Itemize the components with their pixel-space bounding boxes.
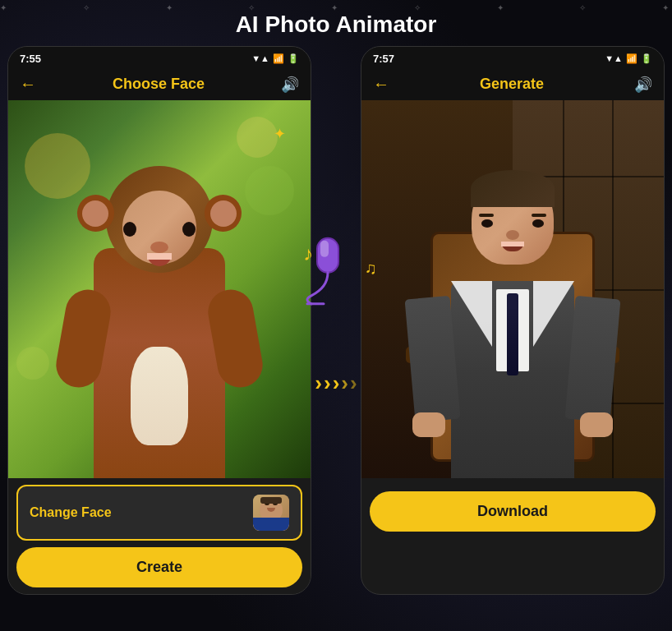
left-phone-header: ← Choose Face 🔊 (8, 70, 311, 100)
change-face-button[interactable]: Change Face (16, 485, 302, 541)
battery-icon: 🔋 (288, 53, 299, 64)
right-signal-icon: ▼▲ (605, 53, 623, 63)
left-back-button[interactable]: ← (20, 75, 36, 94)
left-image-area: ✦ (8, 100, 311, 478)
download-button[interactable]: Download (370, 491, 656, 532)
signal-icon: ▼▲ (251, 53, 269, 63)
right-status-time: 7:57 (373, 53, 394, 65)
middle-decorations: ♪ ♫ › › › › › (303, 259, 369, 396)
svg-rect-0 (317, 238, 338, 273)
wifi-icon: 📶 (273, 53, 284, 64)
phones-container: 7:55 ▼▲ 📶 🔋 ← Choose Face 🔊 (7, 46, 665, 595)
right-back-button[interactable]: ← (373, 75, 389, 94)
app-title: AI Photo Animator (236, 12, 437, 38)
svg-rect-1 (320, 241, 329, 257)
face-thumbnail (253, 495, 289, 531)
right-sound-button[interactable]: 🔊 (634, 76, 652, 94)
right-bottom-spacer (361, 478, 664, 485)
left-phone: 7:55 ▼▲ 📶 🔋 ← Choose Face 🔊 (7, 46, 311, 595)
left-sound-button[interactable]: 🔊 (281, 76, 299, 94)
left-status-icons: ▼▲ 📶 🔋 (251, 53, 299, 64)
left-phone-bottom: Change Face Create (8, 478, 311, 594)
right-battery-icon: 🔋 (641, 53, 652, 64)
change-face-label: Change Face (30, 505, 112, 520)
left-status-bar: 7:55 ▼▲ 📶 🔋 (8, 47, 311, 70)
sparkle-icon: ✦ (274, 125, 286, 143)
monkey-child-image: ✦ (8, 100, 311, 478)
left-header-title: Choose Face (113, 76, 205, 93)
right-wifi-icon: 📶 (626, 53, 637, 64)
suit-man-image (361, 100, 664, 478)
arrows-container: › › › › › (315, 371, 357, 396)
right-status-icons: ▼▲ 📶 🔋 (605, 53, 652, 64)
arrow-2: › (324, 371, 331, 396)
right-header-title: Generate (480, 76, 544, 93)
right-status-bar: 7:57 ▼▲ 📶 🔋 (361, 47, 664, 70)
arrow-1: › (315, 371, 322, 396)
create-button[interactable]: Create (16, 547, 302, 587)
right-phone: 7:57 ▼▲ 📶 🔋 ← Generate 🔊 (361, 46, 665, 595)
arrow-4: › (341, 371, 348, 396)
right-phone-header: ← Generate 🔊 (361, 70, 664, 100)
right-image-area (361, 100, 664, 478)
arrow-3: › (333, 371, 340, 396)
left-status-time: 7:55 (20, 53, 41, 65)
arrow-5: › (350, 371, 357, 396)
